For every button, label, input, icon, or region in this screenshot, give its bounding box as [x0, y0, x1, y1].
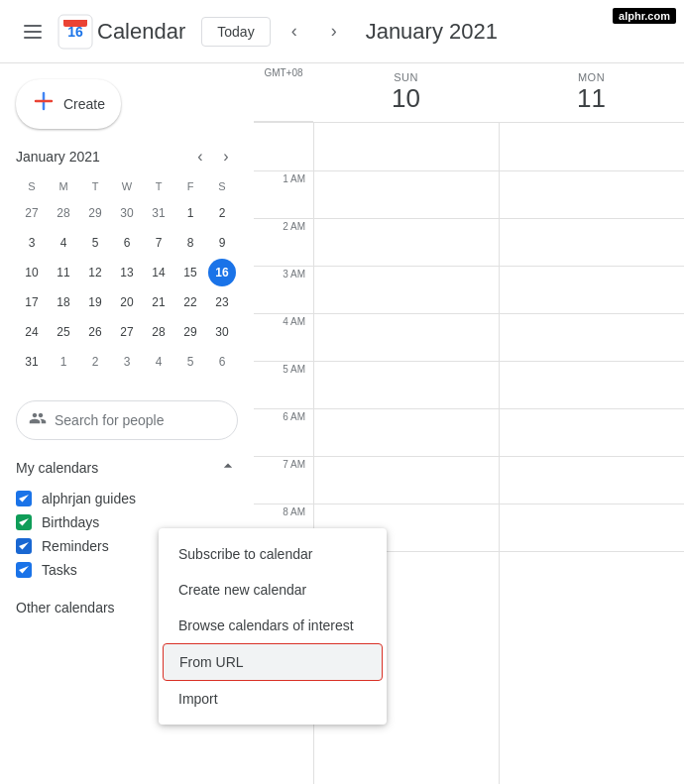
time-label-5am: 5 AM	[254, 361, 313, 408]
dropdown-item-import[interactable]: Import	[159, 681, 387, 717]
mini-day[interactable]: 1	[176, 199, 204, 227]
search-people[interactable]: Search for people	[16, 400, 238, 440]
time-label-7am: 7 AM	[254, 456, 313, 504]
mini-day[interactable]: 2	[208, 199, 236, 227]
mini-day[interactable]: 10	[18, 259, 46, 286]
mini-day[interactable]: 30	[113, 199, 141, 227]
chevron-left-icon: ‹	[291, 21, 297, 42]
plus-icon	[32, 89, 56, 119]
mini-day[interactable]: 2	[81, 348, 109, 376]
day-header-mon: MON 11	[499, 63, 684, 122]
mini-day[interactable]: 6	[208, 348, 236, 376]
mini-day[interactable]: 5	[81, 229, 109, 257]
time-cell[interactable]	[500, 408, 684, 456]
mini-day[interactable]: 14	[145, 259, 172, 286]
time-cell[interactable]	[500, 170, 684, 218]
mini-day[interactable]: 21	[145, 288, 172, 316]
menu-button[interactable]	[16, 17, 50, 47]
time-label-3am: 3 AM	[254, 266, 313, 313]
mini-day[interactable]: 19	[81, 288, 109, 316]
calendar-checkbox-tasks	[16, 562, 32, 578]
time-label-gmt	[254, 123, 313, 170]
calendar-name-birthdays: Birthdays	[42, 514, 99, 530]
time-cell[interactable]	[314, 361, 499, 408]
mini-day[interactable]: 6	[113, 229, 141, 257]
mini-day[interactable]: 27	[113, 318, 141, 346]
mini-day[interactable]: 18	[50, 288, 77, 316]
time-cell[interactable]	[314, 456, 499, 504]
day-name-sun: SUN	[313, 71, 499, 83]
mini-day[interactable]: 20	[113, 288, 141, 316]
mini-day-today[interactable]: 16	[208, 259, 236, 286]
mini-day[interactable]: 22	[176, 288, 204, 316]
mini-day[interactable]: 24	[18, 318, 46, 346]
app-title: Calendar	[97, 19, 185, 45]
time-cell[interactable]	[314, 266, 499, 313]
hamburger-icon	[24, 25, 42, 39]
dropdown-item-browse[interactable]: Browse calendars of interest	[159, 608, 387, 643]
mini-cal-days: 27 28 29 30 31 1 2 3 4 5 6 7 8 9 10 11 1…	[16, 198, 238, 377]
dropdown-item-create[interactable]: Create new calendar	[159, 572, 387, 608]
mini-day[interactable]: 4	[145, 348, 172, 376]
create-label: Create	[63, 96, 105, 112]
mini-cal-dow: S M T W T F S	[16, 176, 238, 196]
calendar-checkbox-reminders	[16, 538, 32, 554]
mini-day[interactable]: 9	[208, 229, 236, 257]
alphr-badge: alphr.com	[613, 8, 676, 24]
time-cell[interactable]	[500, 123, 684, 170]
mini-day[interactable]: 29	[176, 318, 204, 346]
mini-day[interactable]: 7	[145, 229, 172, 257]
mini-day[interactable]: 17	[18, 288, 46, 316]
mini-prev-button[interactable]: ‹	[188, 145, 212, 168]
time-cell[interactable]	[500, 361, 684, 408]
mini-day[interactable]: 3	[18, 229, 46, 257]
time-cell[interactable]	[500, 456, 684, 504]
mini-day[interactable]: 31	[18, 348, 46, 376]
calendar-item-alphrjan[interactable]: alphrjan guides	[16, 487, 238, 510]
prev-button[interactable]: ‹	[279, 16, 310, 48]
time-cell[interactable]	[500, 504, 684, 551]
time-cell[interactable]	[314, 170, 499, 218]
dropdown-item-from-url[interactable]: From URL	[163, 643, 383, 681]
mini-day[interactable]: 8	[176, 229, 204, 257]
mini-day[interactable]: 28	[145, 318, 172, 346]
time-cell[interactable]	[500, 218, 684, 266]
main-layout: Create January 2021 ‹ › S M T W T F S	[0, 63, 684, 784]
time-cell[interactable]	[314, 408, 499, 456]
mini-day[interactable]: 28	[50, 199, 77, 227]
time-cell[interactable]	[314, 123, 499, 170]
dropdown-item-subscribe[interactable]: Subscribe to calendar	[159, 536, 387, 572]
mini-day[interactable]: 13	[113, 259, 141, 286]
app-header: 16 Calendar Today ‹ › January 2021	[0, 0, 684, 63]
calendar-name-tasks: Tasks	[42, 562, 77, 578]
create-button[interactable]: Create	[16, 79, 121, 129]
mini-day[interactable]: 26	[81, 318, 109, 346]
mini-day[interactable]: 12	[81, 259, 109, 286]
svg-rect-5	[63, 20, 87, 24]
mini-day[interactable]: 29	[81, 199, 109, 227]
time-cell[interactable]	[314, 218, 499, 266]
mini-day[interactable]: 11	[50, 259, 77, 286]
next-button[interactable]: ›	[318, 16, 350, 48]
other-calendars-dropdown: Subscribe to calendar Create new calenda…	[159, 528, 387, 725]
mini-day[interactable]: 25	[50, 318, 77, 346]
mini-next-button[interactable]: ›	[214, 145, 238, 168]
time-cell[interactable]	[500, 313, 684, 361]
today-button[interactable]: Today	[201, 17, 270, 47]
time-cell[interactable]	[314, 313, 499, 361]
mini-day[interactable]: 5	[176, 348, 204, 376]
calendar-checkbox-alphrjan	[16, 491, 32, 506]
time-label-1am: 1 AM	[254, 170, 313, 218]
mini-day[interactable]: 31	[145, 199, 172, 227]
mini-day[interactable]: 15	[176, 259, 204, 286]
mini-day[interactable]: 23	[208, 288, 236, 316]
mini-day[interactable]: 4	[50, 229, 77, 257]
time-cell[interactable]	[500, 551, 684, 599]
calendar-name-reminders: Reminders	[42, 538, 109, 554]
mini-day[interactable]: 27	[18, 199, 46, 227]
mini-day[interactable]: 30	[208, 318, 236, 346]
my-calendars-collapse-button[interactable]	[218, 456, 238, 479]
mini-day[interactable]: 1	[50, 348, 77, 376]
time-cell[interactable]	[500, 266, 684, 313]
mini-day[interactable]: 3	[113, 348, 141, 376]
